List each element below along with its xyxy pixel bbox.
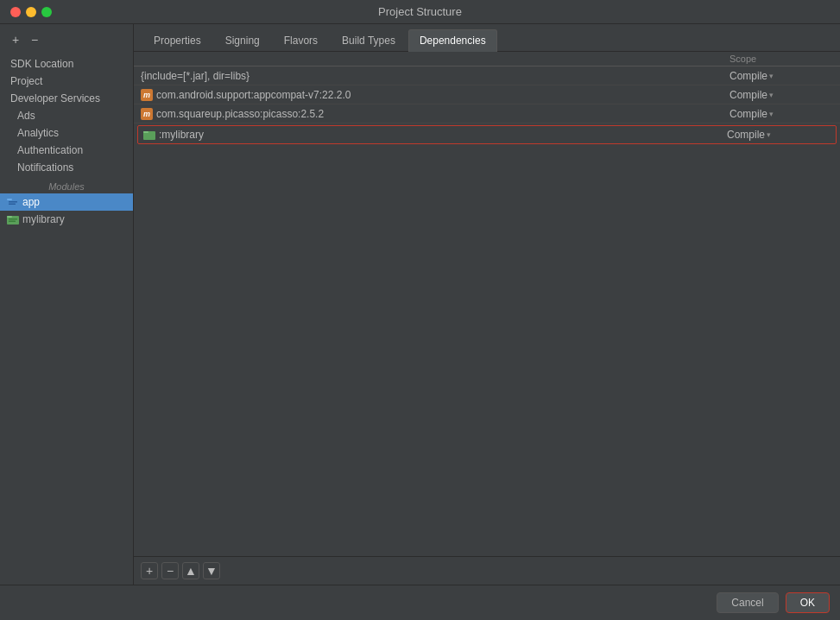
scope-value[interactable]: Compile [729,70,767,82]
svg-rect-7 [9,221,16,223]
modules-section-label: Modules [0,176,133,193]
sidebar-item-project[interactable]: Project [0,73,133,90]
sidebar: + − SDK Location Project Developer Servi… [0,24,134,585]
dep-remove-button[interactable]: − [161,562,179,579]
scope-arrow-icon: ▾ [767,130,771,139]
app-module-icon [7,196,19,208]
dep-name-jars: {include=[*.jar], dir=libs} [141,70,729,82]
dep-scope-picasso: Compile ▾ [729,108,833,120]
dependencies-content: Scope {include=[*.jar], dir=libs} Compil… [134,52,840,585]
sidebar-item-notifications[interactable]: Notifications [0,159,133,176]
minimize-button[interactable] [26,7,36,17]
sidebar-remove-button[interactable]: − [26,31,43,48]
dep-scope-appcompat: Compile ▾ [729,89,833,101]
table-row[interactable]: {include=[*.jar], dir=libs} Compile ▾ [134,66,840,85]
sidebar-item-developer-services[interactable]: Developer Services [0,90,133,107]
sidebar-item-mylibrary[interactable]: mylibrary [0,211,133,228]
dep-toolbar: + − ▲ ▼ [134,556,840,585]
dep-up-button[interactable]: ▲ [182,562,199,579]
sidebar-item-authentication[interactable]: Authentication [0,142,133,159]
close-button[interactable] [10,7,21,17]
scope-value[interactable]: Compile [729,108,767,120]
tab-flavors[interactable]: Flavors [273,29,329,51]
svg-rect-9 [143,131,148,133]
app-module-label: app [22,196,40,208]
cancel-button[interactable]: Cancel [717,592,778,613]
tab-dependencies[interactable]: Dependencies [408,29,497,52]
mylibrary-module-label: mylibrary [22,213,65,225]
svg-rect-6 [9,218,17,220]
scope-arrow-icon: ▾ [769,91,774,99]
table-row[interactable]: :mylibrary Compile ▾ [137,125,837,144]
svg-rect-5 [7,216,12,218]
svg-rect-3 [9,204,16,206]
dep-name-text: com.squareup.picasso:picasso:2.5.2 [156,108,324,120]
scope-arrow-icon: ▾ [769,72,774,80]
scope-value[interactable]: Compile [727,129,765,141]
sidebar-toolbar: + − [0,28,133,55]
dependencies-header: Scope [134,52,840,66]
dependencies-table: Scope {include=[*.jar], dir=libs} Compil… [134,52,840,556]
window-controls [10,7,52,17]
lib-module-icon [143,129,155,141]
svg-rect-1 [7,199,12,200]
dep-scope-mylibrary: Compile ▾ [727,129,831,141]
sidebar-item-sdk-location[interactable]: SDK Location [0,55,133,73]
dep-down-button[interactable]: ▼ [203,562,220,579]
ok-button[interactable]: OK [786,592,830,613]
maven-icon: m [141,89,153,101]
scope-arrow-icon: ▾ [769,110,774,118]
dep-name-text: com.android.support:appcompat-v7:22.2.0 [156,89,351,101]
dep-scope-jars: Compile ▾ [729,70,833,82]
table-row[interactable]: m com.android.support:appcompat-v7:22.2.… [134,85,840,104]
footer: Cancel OK [0,585,840,620]
svg-rect-2 [9,201,17,203]
dep-name-mylibrary: :mylibrary [143,129,727,141]
sidebar-item-app[interactable]: app [0,193,133,211]
main-content: + − SDK Location Project Developer Servi… [0,24,840,585]
dep-name-text: {include=[*.jar], dir=libs} [141,70,249,82]
maven-icon: m [141,108,153,120]
tab-build-types[interactable]: Build Types [331,29,407,51]
mylibrary-module-icon [7,213,19,225]
titlebar: Project Structure [0,0,840,24]
window-title: Project Structure [378,5,462,18]
tabs-bar: Properties Signing Flavors Build Types D… [134,24,840,52]
right-panel: Properties Signing Flavors Build Types D… [134,24,840,585]
tab-signing[interactable]: Signing [214,29,271,51]
dep-name-picasso: m com.squareup.picasso:picasso:2.5.2 [141,108,729,120]
maximize-button[interactable] [41,7,52,17]
sidebar-add-button[interactable]: + [7,31,24,48]
scope-value[interactable]: Compile [729,89,767,101]
scope-header: Scope [729,54,833,64]
tab-properties[interactable]: Properties [142,29,212,51]
table-row[interactable]: m com.squareup.picasso:picasso:2.5.2 Com… [134,104,840,123]
sidebar-item-analytics[interactable]: Analytics [0,124,133,142]
sidebar-item-ads[interactable]: Ads [0,107,133,124]
dep-name-appcompat: m com.android.support:appcompat-v7:22.2.… [141,89,729,101]
dep-add-button[interactable]: + [141,562,158,579]
dep-name-text: :mylibrary [159,129,204,141]
